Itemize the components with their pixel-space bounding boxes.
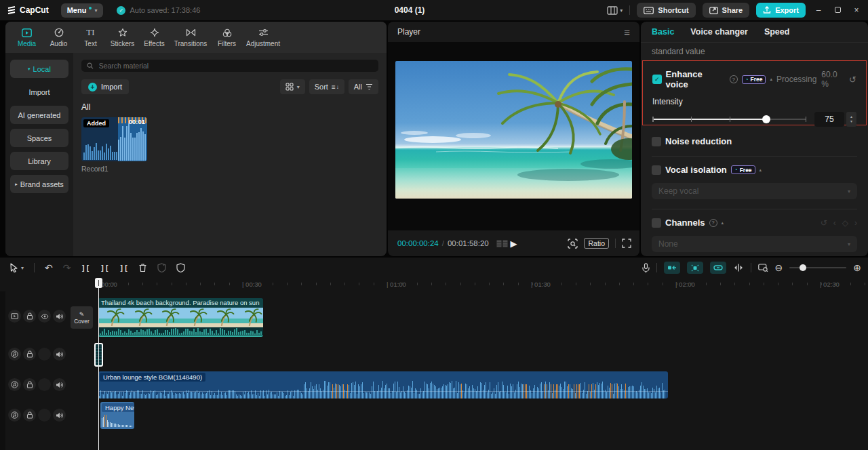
undo-button[interactable]: ↶ <box>45 262 53 273</box>
playhead-handle[interactable] <box>95 278 102 288</box>
tab-audio[interactable]: Audio <box>43 27 75 47</box>
audio-track-header <box>8 378 66 391</box>
intensity-stepper[interactable]: ▴ ▾ <box>846 112 856 127</box>
sidebar-item-library[interactable]: Library <box>10 152 68 170</box>
shield-button[interactable] <box>176 263 185 272</box>
play-button[interactable]: ▶ <box>511 239 517 249</box>
timeline-zoom-in-button[interactable]: ⊕ <box>853 262 861 273</box>
split-adjust-button[interactable] <box>733 264 744 272</box>
split-right-button[interactable]: ][ <box>119 264 128 272</box>
filter-button[interactable]: All <box>349 79 378 94</box>
tab-filters[interactable]: Filters <box>211 27 243 47</box>
timeline-zoom-slider[interactable] <box>789 264 846 271</box>
export-button[interactable]: Export <box>756 3 806 18</box>
sidebar-item-local[interactable]: ▾Local <box>10 60 68 78</box>
tab-stickers[interactable]: Stickers <box>106 27 138 47</box>
select-tool-button[interactable]: ▾ <box>9 263 24 272</box>
sidebar-item-spaces[interactable]: Spaces <box>10 129 68 147</box>
media-clip-record1[interactable]: Added 00:01 <box>81 117 147 161</box>
search-bar[interactable] <box>81 60 378 72</box>
vocal-isolation-dropdown[interactable]: Keep vocal ▾ <box>652 183 857 199</box>
view-mode-button[interactable]: ▾ <box>280 79 305 94</box>
collapse-icon[interactable]: ▴ <box>722 220 724 226</box>
sidebar-item-import[interactable]: Import <box>10 83 68 101</box>
caret-right-icon: ▸ <box>15 182 18 187</box>
tab-basic[interactable]: Basic <box>652 27 674 37</box>
keyframe-reset-icon[interactable]: ↺ <box>821 218 827 228</box>
collapse-icon[interactable]: ▴ <box>770 77 772 82</box>
tab-adjustment[interactable]: Adjustment <box>243 27 283 47</box>
keyframe-add-icon[interactable]: ◇ <box>842 218 848 228</box>
collapse-icon[interactable]: ▴ <box>760 167 762 173</box>
reset-icon[interactable]: ↺ <box>849 75 856 85</box>
intensity-slider-handle[interactable] <box>762 115 770 123</box>
speaker-icon[interactable] <box>53 348 66 361</box>
intensity-slider[interactable] <box>652 115 806 124</box>
speaker-icon[interactable] <box>53 310 66 323</box>
lock-icon[interactable] <box>23 409 36 422</box>
tab-media[interactable]: Media <box>11 27 43 47</box>
ratio-button[interactable]: Ratio <box>584 238 609 249</box>
close-button[interactable]: × <box>850 5 863 15</box>
import-button[interactable]: + Import <box>81 79 129 94</box>
cover-button[interactable]: ✎ Cover <box>71 306 93 329</box>
stepper-down-icon[interactable]: ▾ <box>850 119 852 124</box>
shield-icon <box>176 263 185 272</box>
tab-voice-changer[interactable]: Voice changer <box>690 27 748 37</box>
redo-button[interactable]: ↷ <box>63 262 71 273</box>
channels-dropdown[interactable]: None ▾ <box>652 236 857 252</box>
timeline-bgm-clip[interactable]: Urban lounge style BGM(1148490) <box>98 371 668 398</box>
split-button[interactable]: ][ <box>100 264 109 272</box>
noise-reduction-checkbox[interactable] <box>652 137 661 146</box>
vocal-isolation-row: Vocal isolation ◔Free ▴ <box>641 165 868 175</box>
search-input[interactable] <box>98 61 373 70</box>
stepper-up-icon[interactable]: ▴ <box>850 115 852 119</box>
fullscreen-icon[interactable] <box>622 239 631 248</box>
intensity-value-box[interactable]: 75 <box>814 112 844 127</box>
zoom-slider-handle[interactable] <box>800 264 806 271</box>
eye-icon[interactable] <box>38 310 51 323</box>
tab-speed[interactable]: Speed <box>764 27 790 37</box>
timeline-happy-clip[interactable]: Happy New <box>100 402 134 429</box>
playhead-line[interactable] <box>98 278 100 450</box>
record-voiceover-button[interactable] <box>642 263 650 273</box>
keyframe-prev-icon[interactable]: ‹ <box>833 218 836 228</box>
sort-button[interactable]: Sort ≡ ↓ <box>309 79 344 94</box>
link-toggle[interactable] <box>710 262 726 274</box>
sidebar-item-brand-assets[interactable]: ▸Brand assets <box>10 175 68 193</box>
magnetic-toggle[interactable] <box>687 262 703 274</box>
auto-snap-toggle[interactable] <box>664 262 680 274</box>
minimize-button[interactable]: – <box>812 5 825 15</box>
player-menu-icon[interactable]: ≡ <box>624 26 630 38</box>
lock-icon[interactable] <box>23 378 36 391</box>
enhance-voice-checkbox[interactable]: ✓ <box>652 75 662 84</box>
frame-view-icon[interactable] <box>496 240 509 247</box>
sidebar-item-ai-generated[interactable]: AI generated <box>10 106 68 124</box>
timeline-video-clip[interactable]: Thailand 4k beach background. Paradise n… <box>98 298 263 337</box>
delete-button[interactable] <box>138 263 147 272</box>
split-left-button[interactable]: ][ <box>81 264 90 272</box>
restore-button[interactable] <box>831 5 844 15</box>
share-button[interactable]: Share <box>703 3 750 18</box>
help-icon[interactable]: ? <box>730 75 738 83</box>
tab-effects[interactable]: Effects <box>138 27 170 47</box>
speaker-icon[interactable] <box>53 409 66 422</box>
lock-icon[interactable] <box>23 310 36 323</box>
keyframe-next-icon[interactable]: › <box>854 218 857 228</box>
menu-button[interactable]: Menu ▾ <box>61 3 104 18</box>
vocal-isolation-checkbox[interactable] <box>652 165 661 175</box>
lock-icon[interactable] <box>23 348 36 361</box>
shortcut-button[interactable]: Shortcut <box>637 3 695 18</box>
focus-preview-icon[interactable] <box>568 239 578 249</box>
timeline-ruler[interactable]: | 00:00| 00:30| 01:00| 01:30| 02:00| 02:… <box>0 278 868 291</box>
preview-axis-button[interactable] <box>758 264 768 272</box>
timeline-zoom-out-button[interactable]: ⊖ <box>775 262 783 273</box>
tab-transitions[interactable]: Transitions <box>170 27 211 47</box>
speaker-icon[interactable] <box>53 378 66 391</box>
layout-toggle-button[interactable]: ▾ <box>607 6 623 15</box>
tab-text[interactable]: TI Text <box>75 27 106 47</box>
video-preview[interactable] <box>395 61 632 199</box>
shield-sparkle-button[interactable] <box>157 263 166 272</box>
help-icon[interactable]: ? <box>709 219 717 227</box>
channels-checkbox[interactable] <box>652 218 661 228</box>
